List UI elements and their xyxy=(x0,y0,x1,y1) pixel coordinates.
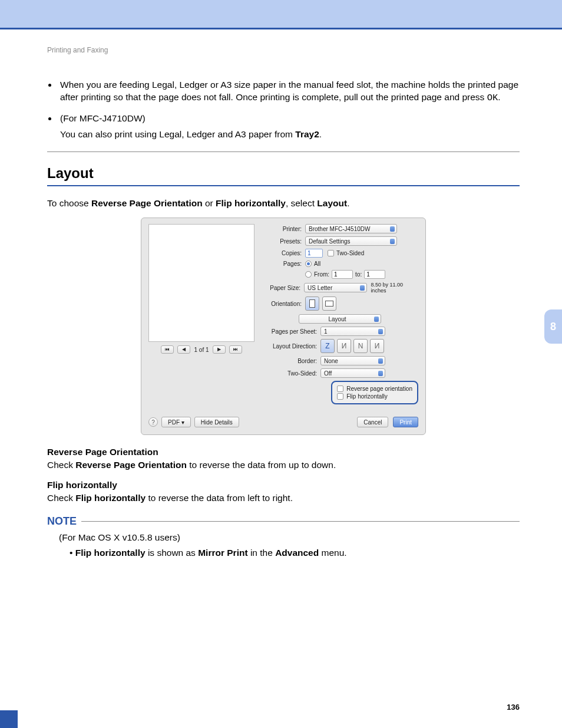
section-heading: Layout xyxy=(47,165,520,186)
pages-label: Pages: xyxy=(262,261,305,267)
divider xyxy=(47,151,520,152)
flip-horizontally-checkbox[interactable] xyxy=(337,393,343,400)
layout-dir-1-button[interactable]: Z xyxy=(320,339,335,353)
page-corner-decoration xyxy=(0,710,18,728)
border-select[interactable]: None xyxy=(320,356,385,365)
paper-dimensions: 8.50 by 11.00 inches xyxy=(371,282,418,294)
flip-options-callout: Reverse page orientation Flip horizontal… xyxy=(331,381,418,404)
presets-select[interactable]: Default Settings xyxy=(305,236,397,246)
two-sided-select[interactable]: Off xyxy=(320,368,385,378)
reverse-page-orientation-heading: Reverse Page Orientation xyxy=(47,447,520,457)
two-sided-label: Two-Sided xyxy=(336,250,364,256)
pane-select[interactable]: Layout xyxy=(299,314,381,324)
two-sided-checkbox[interactable] xyxy=(328,250,334,256)
orientation-landscape-button[interactable] xyxy=(322,297,336,311)
printer-select[interactable]: Brother MFC-J4510DW xyxy=(305,224,397,233)
pages-per-sheet-select[interactable]: 1 xyxy=(320,327,385,336)
help-button[interactable]: ? xyxy=(148,417,158,427)
layout-dir-4-button[interactable]: И xyxy=(370,339,384,353)
layout-dir-3-button[interactable]: N xyxy=(353,339,368,353)
info-bullets: When you are feeding Legal, Ledger or A3… xyxy=(58,79,520,141)
note-heading: NOTE xyxy=(47,515,520,528)
section-intro: To choose Reverse Page Orientation or Fl… xyxy=(47,197,520,210)
nav-prev-icon[interactable]: ◀ xyxy=(177,345,190,354)
pages-range-radio[interactable] xyxy=(305,271,312,278)
breadcrumb: Printing and Faxing xyxy=(47,46,520,54)
print-preview xyxy=(148,224,254,342)
paper-size-label: Paper Size: xyxy=(262,285,304,291)
flip-horizontally-heading: Flip horizontally xyxy=(47,480,520,490)
cancel-button[interactable]: Cancel xyxy=(357,417,388,427)
nav-first-icon[interactable]: ⏮ xyxy=(161,345,174,354)
paper-size-select[interactable]: US Letter xyxy=(304,283,367,292)
chapter-tab: 8 xyxy=(544,309,562,344)
nav-page-indicator: 1 of 1 xyxy=(194,347,209,353)
copies-label: Copies: xyxy=(262,250,305,256)
pages-all-radio[interactable] xyxy=(305,261,312,267)
pages-to-input[interactable]: 1 xyxy=(364,270,385,279)
pages-per-sheet-label: Pages per Sheet: xyxy=(262,328,320,335)
two-sided-select-label: Two-Sided: xyxy=(262,370,320,377)
orientation-label: Orientation: xyxy=(262,301,305,307)
copies-input[interactable]: 1 xyxy=(305,249,323,258)
pdf-menu-button[interactable]: PDF ▾ xyxy=(161,417,191,427)
reverse-orientation-checkbox[interactable] xyxy=(337,386,343,392)
bullet-2: (For MFC-J4710DW) You can also print usi… xyxy=(58,113,520,141)
page-number: 136 xyxy=(507,703,520,711)
nav-next-icon[interactable]: ▶ xyxy=(213,345,226,354)
printer-label: Printer: xyxy=(262,226,305,232)
note-body: (For Mac OS X v10.5.8 users) • Flip hori… xyxy=(59,531,520,560)
orientation-portrait-button[interactable] xyxy=(305,297,319,311)
page-header-bar xyxy=(0,0,562,29)
presets-label: Presets: xyxy=(262,238,305,245)
border-label: Border: xyxy=(262,358,320,364)
layout-dir-2-button[interactable]: И xyxy=(337,339,351,353)
print-dialog: ⏮ ◀ 1 of 1 ▶ ⏭ Printer: Brother MFC-J451… xyxy=(141,218,426,435)
hide-details-button[interactable]: Hide Details xyxy=(194,417,239,427)
bullet-1: When you are feeding Legal, Ledger or A3… xyxy=(58,79,520,104)
nav-last-icon[interactable]: ⏭ xyxy=(229,345,242,354)
print-button[interactable]: Print xyxy=(393,417,418,427)
reverse-page-orientation-text: Check Reverse Page Orientation to revers… xyxy=(47,459,520,472)
pages-from-input[interactable]: 1 xyxy=(332,270,353,279)
layout-direction-label: Layout Direction: xyxy=(262,343,320,350)
flip-horizontally-text: Check Flip horizontally to reverse the d… xyxy=(47,492,520,505)
